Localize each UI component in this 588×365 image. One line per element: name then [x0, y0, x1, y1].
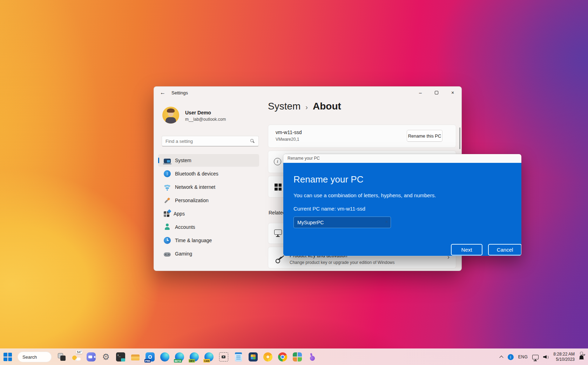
windows-logo-icon: [275, 184, 282, 191]
scrollbar-thumb[interactable]: [459, 127, 460, 149]
search-input[interactable]: [165, 137, 246, 146]
edge-canary-badge: CAN: [203, 359, 210, 363]
sidebar-item-accounts[interactable]: Accounts: [158, 221, 259, 233]
next-button[interactable]: Next: [451, 244, 482, 255]
sidebar-item-network[interactable]: Network & internet: [158, 181, 259, 193]
sidebar-item-label: Accounts: [175, 224, 195, 230]
page-title: About: [313, 101, 341, 112]
terminal-icon[interactable]: ›_: [116, 352, 125, 361]
current-pc-name-label: Current PC name: vm-w11-ssd: [293, 206, 365, 212]
dev-home-icon[interactable]: [293, 352, 302, 361]
taskbar-icons: Search 54°⚙›_OPREBETADEVCAN: [0, 352, 317, 362]
devtoys-icon[interactable]: [306, 351, 318, 363]
pc-name-field: ×: [293, 217, 391, 228]
chrome-canary-icon[interactable]: [263, 352, 272, 361]
product-key-subtitle: Change product key or upgrade your editi…: [290, 260, 395, 265]
outlook-icon[interactable]: OPRE: [146, 352, 155, 361]
clock[interactable]: 8:28:22 AM 5/10/2023: [553, 352, 575, 362]
edge-beta-icon[interactable]: BETA: [175, 352, 184, 361]
dialog-heading: Rename your PC: [293, 174, 363, 185]
clear-input-icon[interactable]: ×: [385, 219, 388, 225]
rename-pc-dialog: Rename your PC Rename your PC You can us…: [283, 154, 522, 256]
snipping-tool-icon[interactable]: [219, 352, 228, 361]
chevron-right-icon: ›: [305, 103, 308, 111]
system-icon: [164, 159, 171, 163]
pc-name-input[interactable]: [297, 218, 380, 227]
breadcrumb: System › About: [268, 101, 341, 112]
taskbar-search[interactable]: Search: [18, 352, 52, 362]
window-controls: – ×: [412, 87, 461, 98]
tray-time: 8:28:22 AM: [553, 352, 575, 357]
close-button[interactable]: ×: [445, 87, 461, 98]
apps-icon: [164, 211, 169, 217]
info-icon: i: [274, 158, 281, 165]
sidebar-item-label: Time & language: [175, 238, 212, 243]
edge-canary-icon[interactable]: CAN: [204, 352, 214, 361]
user-profile[interactable]: User Demo m__lab@outlook.com: [162, 107, 257, 125]
sidebar-item-label: Bluetooth & devices: [175, 171, 218, 177]
dialog-body: Rename your PC You can use a combination…: [283, 163, 521, 256]
find-setting-search: [162, 136, 259, 146]
time-language-icon: [164, 237, 171, 244]
profile-email: m__lab@outlook.com: [185, 117, 226, 122]
sidebar-item-gaming[interactable]: Gaming: [158, 247, 259, 260]
file-explorer-icon[interactable]: [131, 352, 140, 361]
dialog-description: You can use a combination of letters, hy…: [293, 192, 436, 198]
minimize-button[interactable]: –: [412, 87, 428, 98]
profile-name: User Demo: [185, 110, 211, 115]
dialog-titlebar: Rename your PC: [283, 154, 521, 163]
network-tray-icon[interactable]: [532, 355, 539, 359]
notification-bell-icon[interactable]: z: [579, 354, 584, 359]
taskbar: Search 54°⚙›_OPREBETADEVCAN ᛒ ENG 8:28:2…: [0, 349, 588, 365]
sidebar-item-label: Apps: [174, 211, 185, 217]
chat-icon[interactable]: [87, 352, 96, 361]
edge-icon[interactable]: [160, 352, 169, 361]
edge-dev-icon[interactable]: DEV: [190, 352, 199, 361]
sidebar-item-label: Personalization: [175, 198, 209, 203]
search-label: Search: [22, 354, 37, 360]
terminal-glyph: ›_: [116, 352, 125, 361]
gaming-icon: [164, 252, 171, 257]
start-button[interactable]: [4, 353, 12, 361]
bluetooth-icon: ᛒ: [164, 170, 171, 177]
language-indicator[interactable]: ENG: [518, 354, 528, 359]
weather-icon[interactable]: 54°: [72, 352, 81, 361]
settings-sidebar-nav: System ᛒ Bluetooth & devices Network & i…: [158, 154, 259, 261]
edge-dev-badge: DEV: [189, 359, 195, 363]
tray-overflow-chevron-icon[interactable]: [500, 355, 503, 359]
toolbox-icon[interactable]: [249, 352, 258, 361]
device-name: vm-w11-ssd: [276, 130, 302, 135]
sidebar-item-time-language[interactable]: Time & language: [158, 234, 259, 247]
outlook-badge: PRE: [144, 359, 151, 363]
window-title: Settings: [171, 90, 188, 95]
avatar: [162, 107, 179, 124]
device-name-card: vm-w11-ssd VMware20,1 Rename this PC: [268, 125, 456, 148]
rename-this-pc-button[interactable]: Rename this PC: [407, 130, 442, 142]
bluetooth-tray-icon[interactable]: ᛒ: [508, 354, 514, 360]
monitor-icon: [274, 230, 282, 235]
chrome-icon[interactable]: [278, 352, 287, 361]
volume-tray-icon[interactable]: [543, 354, 549, 359]
avatar-body: [165, 117, 176, 124]
task-view-icon[interactable]: [57, 352, 66, 361]
edge-beta-badge: BETA: [174, 359, 182, 363]
avatar-hair: [167, 108, 175, 113]
device-model: VMware20,1: [276, 137, 299, 142]
dialog-title: Rename your PC: [288, 156, 320, 161]
back-arrow-icon[interactable]: ←: [159, 89, 167, 97]
accounts-icon: [164, 224, 171, 231]
settings-gear-icon[interactable]: ⚙: [101, 352, 110, 361]
sidebar-item-label: System: [175, 158, 191, 163]
breadcrumb-system[interactable]: System: [268, 101, 300, 112]
sidebar-item-system[interactable]: System: [158, 154, 259, 167]
maximize-button[interactable]: [428, 87, 445, 98]
settings-titlebar: ← Settings – ×: [154, 87, 461, 99]
settings-gear-glyph: ⚙: [101, 352, 110, 361]
notepad-icon[interactable]: [235, 352, 242, 361]
cancel-button[interactable]: Cancel: [488, 244, 522, 255]
key-icon: [272, 252, 284, 264]
sidebar-item-bluetooth[interactable]: ᛒ Bluetooth & devices: [158, 167, 259, 180]
network-icon: [164, 184, 171, 191]
sidebar-item-personalization[interactable]: Personalization: [158, 194, 259, 207]
sidebar-item-apps[interactable]: Apps: [158, 207, 259, 220]
